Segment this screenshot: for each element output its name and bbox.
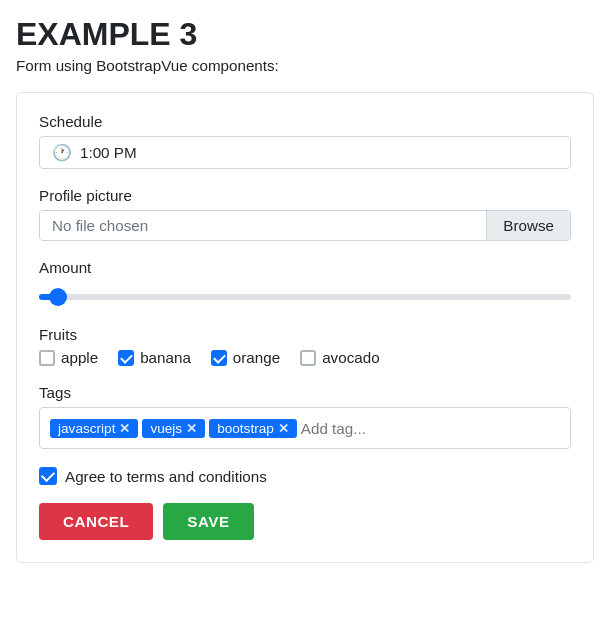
fruit-banana-label: banana [140, 349, 191, 366]
fruits-checkbox-group: apple banana orange avocado [39, 349, 571, 366]
form-card: Schedule 🕐 1:00 PM Profile picture No fi… [16, 92, 594, 563]
tags-label: Tags [39, 384, 571, 401]
file-name: No file chosen [40, 211, 486, 240]
profile-picture-group: Profile picture No file chosen Browse [39, 187, 571, 241]
fruit-orange-checkbox[interactable] [211, 350, 227, 366]
agree-checkbox[interactable] [39, 467, 57, 485]
time-input-wrapper[interactable]: 🕐 1:00 PM [39, 136, 571, 169]
fruit-banana[interactable]: banana [118, 349, 191, 366]
schedule-label: Schedule [39, 113, 571, 130]
tag-javascript-text: javascript [58, 421, 115, 436]
page-title: EXAMPLE 3 [16, 16, 594, 53]
tag-vuejs-remove[interactable]: ✕ [186, 421, 197, 436]
fruit-avocado[interactable]: avocado [300, 349, 379, 366]
fruits-group: Fruits apple banana orange avocado [39, 326, 571, 366]
tag-input[interactable] [301, 420, 560, 437]
tags-input-wrapper[interactable]: javascript ✕ vuejs ✕ bootstrap ✕ [39, 407, 571, 449]
file-input-wrapper: No file chosen Browse [39, 210, 571, 241]
fruit-avocado-checkbox[interactable] [300, 350, 316, 366]
clock-icon: 🕐 [52, 143, 72, 162]
agree-wrapper: Agree to terms and conditions [39, 467, 571, 485]
fruit-apple[interactable]: apple [39, 349, 98, 366]
tag-bootstrap-text: bootstrap [217, 421, 274, 436]
schedule-group: Schedule 🕐 1:00 PM [39, 113, 571, 169]
fruits-label: Fruits [39, 326, 571, 343]
amount-label: Amount [39, 259, 571, 276]
cancel-button[interactable]: CANCEL [39, 503, 153, 540]
fruit-orange-label: orange [233, 349, 280, 366]
tags-group: Tags javascript ✕ vuejs ✕ bootstrap ✕ [39, 384, 571, 449]
browse-button[interactable]: Browse [486, 211, 570, 240]
button-group: CANCEL SAVE [39, 503, 571, 540]
tag-javascript: javascript ✕ [50, 419, 138, 438]
tag-vuejs: vuejs ✕ [142, 419, 205, 438]
fruit-banana-checkbox[interactable] [118, 350, 134, 366]
fruit-apple-checkbox[interactable] [39, 350, 55, 366]
fruit-apple-label: apple [61, 349, 98, 366]
amount-group: Amount [39, 259, 571, 308]
time-value: 1:00 PM [80, 144, 137, 161]
save-button[interactable]: SAVE [163, 503, 253, 540]
slider-wrapper [39, 282, 571, 308]
page-subtitle: Form using BootstrapVue components: [16, 57, 594, 74]
tag-vuejs-text: vuejs [150, 421, 182, 436]
agree-label: Agree to terms and conditions [65, 468, 267, 485]
tag-bootstrap-remove[interactable]: ✕ [278, 421, 289, 436]
tag-javascript-remove[interactable]: ✕ [119, 421, 130, 436]
amount-slider[interactable] [39, 294, 571, 300]
tag-bootstrap: bootstrap ✕ [209, 419, 297, 438]
profile-picture-label: Profile picture [39, 187, 571, 204]
fruit-orange[interactable]: orange [211, 349, 280, 366]
fruit-avocado-label: avocado [322, 349, 379, 366]
